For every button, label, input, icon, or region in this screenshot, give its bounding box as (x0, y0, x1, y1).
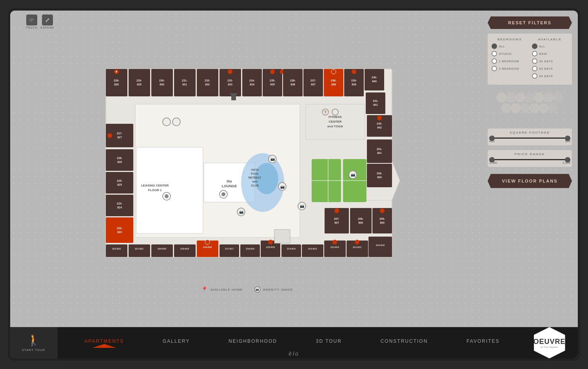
legend-available-home-label: AVAILABLE HOME (211, 288, 243, 291)
svg-point-112 (334, 208, 339, 213)
svg-text:207-: 207- (334, 217, 340, 220)
nav-neighborhood-label: NEIGHBORHOOD (229, 338, 277, 344)
nav-3d-tour-label: 3D TOUR (316, 338, 342, 344)
svg-text:CLUB: CLUB (251, 184, 258, 187)
price-title: PRICE RANGE (489, 152, 570, 156)
svg-text:240-: 240- (372, 76, 377, 79)
price-max-thumb[interactable] (565, 157, 570, 163)
avail-all-option[interactable]: ALL (532, 43, 568, 49)
svg-rect-138 (281, 244, 301, 257)
svg-rect-9 (151, 69, 173, 96)
touch-button[interactable]: ☞ TOUCH (26, 14, 38, 29)
svg-text:239-: 239- (351, 79, 357, 82)
legend: 📍 AVAILABLE HOME 📷 AMENITY IMAGE (201, 286, 293, 293)
svg-text:📷: 📷 (280, 184, 285, 189)
svg-text:235-: 235- (270, 79, 276, 82)
sqft-labels: 493 908 (489, 139, 570, 143)
svg-point-147 (355, 240, 359, 244)
avail-30-radio (532, 58, 537, 64)
svg-text:225-: 225- (117, 179, 123, 182)
available-filter: AVAILABLE ALL NOW 30 DAYS (532, 38, 568, 81)
avail-now-option[interactable]: NOW (532, 51, 568, 56)
legend-amenity-image: 📷 AMENITY IMAGE (254, 286, 293, 293)
svg-rect-124 (151, 244, 173, 257)
svg-text:226-: 226- (117, 157, 123, 159)
bedroom-1-radio (492, 58, 497, 64)
svg-text:237-: 237- (310, 79, 316, 82)
bedroom-all-option[interactable]: ALL (492, 43, 528, 49)
sqft-max-thumb[interactable] (565, 136, 570, 141)
avail-60-radio (532, 66, 537, 71)
svg-rect-133 (240, 244, 260, 257)
svg-rect-164 (274, 230, 290, 243)
svg-point-80 (221, 192, 225, 196)
svg-text:📷: 📷 (239, 210, 244, 214)
svg-point-53 (377, 116, 382, 120)
svg-text:831: 831 (182, 83, 187, 86)
svg-point-28 (270, 69, 275, 74)
svg-text:809: 809 (380, 221, 385, 224)
price-range-section: PRICE RANGE 1,390 2,300 (488, 150, 572, 167)
svg-text:LOUNGE: LOUNGE (222, 184, 237, 188)
svg-text:807: 807 (334, 221, 339, 224)
svg-rect-33 (303, 69, 323, 96)
amenity-camera-icon: 📷 (254, 286, 261, 293)
svg-rect-126 (174, 244, 196, 257)
expand-button[interactable]: ⤢ EXPAND (41, 14, 54, 29)
svg-text:234-: 234- (249, 79, 255, 82)
svg-text:241-: 241- (373, 99, 379, 102)
svg-text:829: 829 (137, 83, 142, 86)
monitor-brand: ēlo (289, 351, 299, 357)
avail-90-option[interactable]: 90 DAYS (532, 73, 568, 79)
nav-3d-tour[interactable]: 3D TOUR (316, 338, 342, 347)
svg-text:215-815: 215-815 (266, 246, 275, 248)
nav-neighborhood[interactable]: NEIGHBORHOOD (229, 338, 277, 347)
svg-text:📷: 📷 (300, 204, 305, 208)
svg-text:▼: ▼ (115, 70, 118, 74)
reset-filters-button[interactable]: RESET FILTERS (488, 16, 572, 29)
svg-text:📷: 📷 (351, 172, 356, 177)
svg-text:214-814: 214-814 (287, 248, 296, 250)
svg-text:840: 840 (372, 80, 377, 83)
view-floor-plans-button[interactable]: VIEW FLOOR PLANS (488, 174, 572, 188)
svg-text:837: 837 (311, 83, 316, 86)
svg-text:223-: 223- (117, 227, 123, 230)
svg-text:210-810: 210-810 (376, 244, 385, 246)
svg-text:219-819: 219-819 (180, 248, 189, 250)
svg-text:230-: 230- (159, 79, 165, 82)
price-min-thumb[interactable] (489, 157, 495, 163)
start-tour-button[interactable]: 🚶 START TOUR (10, 327, 57, 358)
sidebar: RESET FILTERS BEDROOMS ALL (484, 11, 578, 327)
svg-text:236-: 236- (290, 79, 296, 82)
sqft-min-thumb[interactable] (489, 136, 495, 141)
svg-point-57 (107, 133, 112, 138)
bedroom-studio-label: STUDIO (499, 52, 512, 55)
avail-now-radio (532, 51, 537, 56)
nav-favorites[interactable]: FAVORITES (466, 338, 499, 347)
filter-row: BEDROOMS ALL STUDIO 1 BEDR (492, 38, 568, 81)
bedroom-1-option[interactable]: 1 BEDROOM (492, 58, 528, 64)
svg-text:800: 800 (377, 176, 382, 179)
bedroom-studio-option[interactable]: STUDIO (492, 51, 528, 56)
svg-text:842: 842 (377, 126, 382, 129)
nav-apartments[interactable]: APARTMENTS (84, 338, 124, 347)
bedroom-2-option[interactable]: 2 BEDROOM (492, 66, 528, 71)
avail-90-radio (532, 73, 537, 79)
sqft-slider[interactable] (489, 137, 570, 139)
avail-30-option[interactable]: 30 DAYS (532, 58, 568, 64)
svg-text:826: 826 (117, 161, 122, 163)
nav-apartments-underline (93, 344, 116, 348)
svg-text:222-822: 222-822 (112, 248, 121, 250)
svg-point-39 (331, 69, 336, 74)
svg-rect-22 (242, 69, 262, 96)
nav-construction[interactable]: CONSTRUCTION (381, 338, 428, 347)
svg-text:238-: 238- (331, 79, 337, 82)
price-slider[interactable] (489, 159, 570, 160)
svg-text:🏋: 🏋 (323, 110, 327, 114)
svg-marker-177 (548, 103, 559, 113)
main-content: 228- 828 ▼ 229- 829 230- 830 231- 831 (10, 11, 578, 327)
nav-gallery[interactable]: GALLERY (163, 338, 190, 347)
floorplan-area: 228- 828 ▼ 229- 829 230- 830 231- 831 (10, 11, 484, 327)
avail-60-option[interactable]: 60 DAYS (532, 66, 568, 71)
svg-point-161 (172, 118, 180, 126)
